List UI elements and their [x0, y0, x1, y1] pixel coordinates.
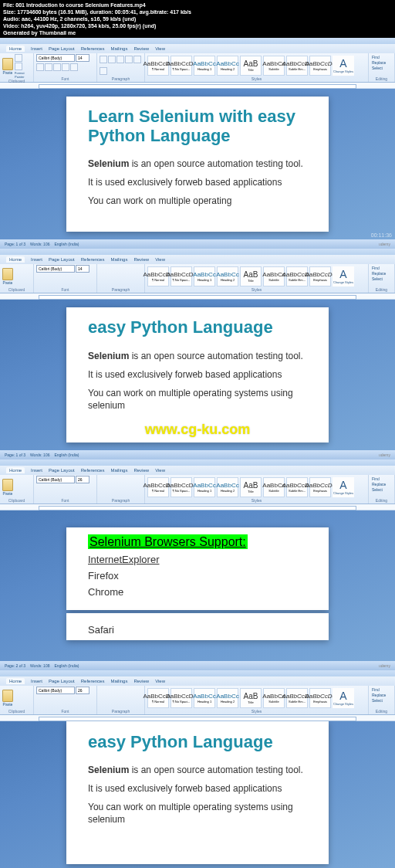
tab-view[interactable]: View: [155, 679, 165, 683]
paste-button[interactable]: Paste: [2, 58, 13, 75]
find-button[interactable]: Find: [372, 266, 391, 270]
page-indicator[interactable]: Page: 1 of 3: [5, 242, 25, 246]
document-area[interactable]: Selenium Browsers Support: InternetExplo…: [0, 510, 395, 661]
language-indicator[interactable]: English (India): [54, 663, 79, 668]
font-name-combo[interactable]: Calibri (Body): [36, 54, 75, 62]
tab-review[interactable]: Review: [133, 468, 149, 473]
doc-paragraph-1[interactable]: Selenium is an open source automation te…: [88, 764, 307, 776]
browser-ie[interactable]: InternetExplorer: [88, 554, 307, 565]
change-styles-button[interactable]: AChange Styles: [333, 266, 354, 287]
language-indicator[interactable]: English (India): [54, 453, 79, 457]
tab-review[interactable]: Review: [133, 257, 149, 262]
tab-mailings[interactable]: Mailings: [110, 257, 127, 262]
tab-references[interactable]: References: [81, 468, 105, 473]
format-painter-button[interactable]: Format Painter: [15, 71, 31, 79]
tab-home[interactable]: Home: [6, 256, 25, 263]
tab-pagelayout[interactable]: Page Layout: [49, 679, 75, 683]
doc-title-cut[interactable]: Learn Selenium witheasy Python Language: [88, 721, 307, 751]
tab-view[interactable]: View: [155, 468, 165, 473]
select-button[interactable]: Select: [372, 66, 391, 70]
copy-button[interactable]: [15, 63, 22, 70]
paste-button[interactable]: Paste: [2, 268, 13, 285]
style-nospacing[interactable]: AaBbCcDc¶ No Spaci...: [170, 56, 192, 76]
style-title[interactable]: AaBTitle: [240, 477, 262, 497]
document-page[interactable]: easy Python Language Selenium is an open…: [66, 307, 329, 442]
style-h2[interactable]: AaBbCcHeading 2: [217, 688, 238, 708]
style-title[interactable]: AaBTitle: [240, 56, 262, 76]
underline-button[interactable]: [53, 63, 61, 71]
page-indicator[interactable]: Page: 2 of 3: [5, 663, 25, 668]
doc-paragraph-2[interactable]: It is used exclusively forweb based appl…: [88, 368, 307, 381]
document-area[interactable]: Learn Selenium with easy Python Language…: [0, 89, 395, 239]
ruler[interactable]: [0, 293, 395, 300]
tab-pagelayout[interactable]: Page Layout: [49, 46, 75, 51]
style-emphasis[interactable]: AaBbCcDcEmphasis: [309, 688, 331, 708]
document-area[interactable]: easy Python Language Selenium is an open…: [0, 300, 395, 450]
font-name-combo[interactable]: Calibri (Body): [36, 687, 75, 694]
font-size-combo[interactable]: 26: [76, 687, 89, 694]
tab-mailings[interactable]: Mailings: [110, 679, 127, 683]
change-styles-button[interactable]: AChange Styles: [333, 688, 354, 708]
bold-button[interactable]: [36, 63, 44, 71]
replace-button[interactable]: Replace: [372, 271, 391, 276]
word-count[interactable]: Words: 108: [30, 663, 49, 668]
tab-home[interactable]: Home: [6, 46, 25, 52]
change-styles-button[interactable]: AChange Styles: [333, 56, 354, 76]
tab-view[interactable]: View: [155, 257, 165, 262]
doc-paragraph-1[interactable]: Selenium is an open source automation te…: [88, 158, 307, 170]
language-indicator[interactable]: English (India): [54, 242, 79, 246]
align-left-button[interactable]: [116, 56, 124, 63]
font-name-combo[interactable]: Calibri (Body): [36, 265, 75, 273]
page-indicator[interactable]: Page: 1 of 3: [5, 453, 25, 457]
document-page[interactable]: Learn Selenium witheasy Python Language …: [66, 721, 329, 864]
browsers-header[interactable]: Selenium Browsers Support:: [88, 535, 307, 549]
style-emphasis[interactable]: AaBbCcDcEmphasis: [309, 56, 331, 76]
font-size-combo[interactable]: 14: [76, 54, 89, 62]
word-count[interactable]: Words: 106: [30, 453, 49, 457]
ruler[interactable]: [0, 83, 395, 89]
italic-button[interactable]: [45, 63, 52, 71]
select-button[interactable]: Select: [372, 487, 391, 492]
tab-pagelayout[interactable]: Page Layout: [49, 468, 75, 473]
style-emphasis[interactable]: AaBbCcDcEmphasis: [309, 266, 331, 287]
find-button[interactable]: Find: [372, 55, 391, 59]
paste-button[interactable]: Paste: [2, 479, 13, 496]
doc-paragraph-3[interactable]: You can work on multiple operating syste…: [88, 801, 307, 826]
style-nospacing[interactable]: AaBbCcDc¶ No Spaci...: [170, 266, 192, 287]
tab-insert[interactable]: Insert: [31, 679, 42, 683]
document-area[interactable]: Learn Selenium witheasy Python Language …: [0, 721, 395, 868]
doc-paragraph-2[interactable]: It is used exclusively forweb based appl…: [88, 782, 307, 795]
tab-mailings[interactable]: Mailings: [110, 468, 127, 473]
doc-paragraph-1[interactable]: Selenium is an open source automation te…: [88, 350, 307, 362]
style-h1[interactable]: AaBbCcHeading 1: [194, 56, 215, 76]
document-page[interactable]: Selenium Browsers Support: InternetExplo…: [66, 527, 329, 610]
tab-insert[interactable]: Insert: [31, 46, 42, 51]
browser-safari[interactable]: Safari: [88, 624, 307, 636]
style-h1[interactable]: AaBbCcHeading 1: [194, 266, 215, 287]
numbering-button[interactable]: [108, 56, 116, 63]
align-right-button[interactable]: [133, 56, 141, 63]
tab-mailings[interactable]: Mailings: [110, 46, 127, 51]
style-nospacing[interactable]: AaBbCcDc¶ No Spaci...: [170, 477, 192, 497]
doc-paragraph-3[interactable]: You can work on multiple operating: [88, 195, 307, 207]
find-button[interactable]: Find: [372, 476, 391, 481]
tab-insert[interactable]: Insert: [31, 468, 42, 473]
tab-pagelayout[interactable]: Page Layout: [49, 257, 75, 262]
font-size-combo[interactable]: 26: [76, 476, 89, 483]
tab-references[interactable]: References: [81, 679, 105, 683]
replace-button[interactable]: Replace: [372, 693, 391, 697]
tab-view[interactable]: View: [155, 46, 165, 51]
find-button[interactable]: Find: [372, 687, 391, 692]
align-center-button[interactable]: [125, 56, 133, 63]
style-nospacing[interactable]: AaBbCcDc¶ No Spaci...: [170, 688, 192, 708]
font-name-combo[interactable]: Calibri (Body): [36, 476, 75, 483]
doc-title[interactable]: Learn Selenium with easy Python Language: [88, 107, 307, 144]
replace-button[interactable]: Replace: [372, 60, 391, 65]
tab-home[interactable]: Home: [6, 678, 25, 684]
style-title[interactable]: AaBTitle: [240, 266, 262, 287]
style-h2[interactable]: AaBbCcHeading 2: [217, 266, 238, 287]
style-title[interactable]: AaBTitle: [240, 688, 262, 708]
font-size-combo[interactable]: 14: [76, 265, 89, 273]
browser-firefox[interactable]: Firefox: [88, 570, 307, 581]
change-styles-button[interactable]: AChange Styles: [333, 477, 354, 497]
